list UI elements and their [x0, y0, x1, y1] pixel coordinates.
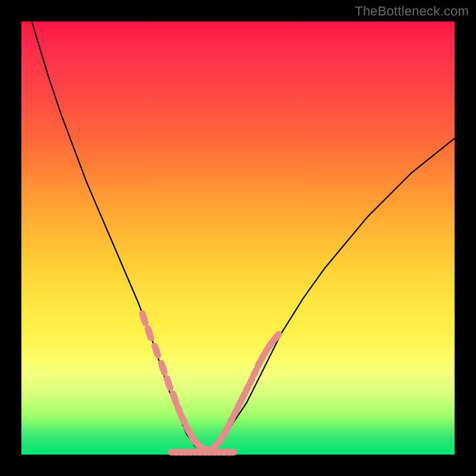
bottleneck-curve [21, 0, 455, 452]
watermark-text: TheBottleneck.com [355, 4, 469, 19]
bead-left [165, 380, 173, 391]
bead-right [272, 331, 282, 342]
chart-frame: TheBottleneck.com [0, 0, 476, 476]
plot-area [21, 21, 455, 455]
lozenge-group [139, 310, 282, 455]
bead-left [153, 347, 161, 358]
bead-bottom [225, 449, 237, 456]
curve-group [21, 0, 455, 452]
bead-left [140, 315, 149, 326]
bottleneck-curve-svg [21, 21, 455, 455]
bead-left [159, 364, 168, 375]
bead-left [146, 330, 154, 341]
